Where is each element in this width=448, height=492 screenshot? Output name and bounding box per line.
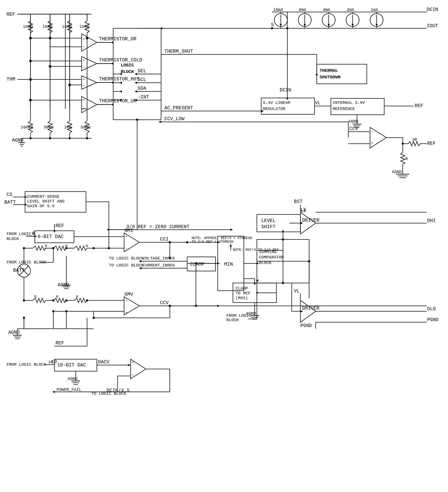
r1-label: 10kΩ xyxy=(23,24,33,29)
internal-ref-label2: REFERENCE xyxy=(333,106,355,111)
svg-point-184 xyxy=(186,241,188,243)
svg-marker-113 xyxy=(286,98,288,100)
vl-dlo-label: VL xyxy=(294,288,300,294)
pgnd-sym-label: PGND xyxy=(300,323,312,328)
from-logic-label2: BLOCK xyxy=(7,236,19,241)
svg-point-298 xyxy=(136,119,138,121)
svg-point-271 xyxy=(169,241,171,243)
pf-minus: − xyxy=(132,373,134,377)
power-fail-label: POWER_FAIL xyxy=(57,387,81,392)
ref-dac-label: REF xyxy=(55,223,64,229)
gmi-minus: − xyxy=(125,247,128,251)
r-gmi3: R xyxy=(45,244,47,248)
svg-marker-91 xyxy=(352,24,354,27)
agnd-bottom-label: AGND xyxy=(12,138,23,143)
r-gmv2: R xyxy=(56,295,58,299)
from-logic-sum-label2: BLOCK xyxy=(226,318,239,322)
c1ma-label: 1mA xyxy=(371,7,378,12)
driver-lo-label: DRIVER xyxy=(302,306,319,311)
svg-point-58 xyxy=(29,137,31,139)
svg-marker-129 xyxy=(158,121,161,123)
agnd-gmv-label: AGND xyxy=(8,330,20,335)
lx-label-diagram: LX xyxy=(301,209,306,214)
thermal-shutdown-label1: THERMAL xyxy=(320,68,338,73)
svg-marker-248 xyxy=(256,292,259,294)
r7-label: 3kΩ xyxy=(64,125,72,130)
svg-marker-292 xyxy=(119,82,122,84)
svg-marker-149 xyxy=(53,230,55,233)
batt-label: BATT xyxy=(13,268,25,273)
svg-marker-86 xyxy=(328,24,330,27)
dhi-label: DHI xyxy=(427,218,436,224)
svg-marker-269 xyxy=(52,391,55,393)
iout-label: IOUT xyxy=(427,23,438,29)
thermal-shutdown-rect xyxy=(317,64,367,84)
logic-block-label: LOGIC xyxy=(121,63,134,68)
therm-shut-label: THERM_SHUT xyxy=(164,49,193,54)
cs-block-label2: LEVEL SHIFT AND xyxy=(27,199,64,204)
ref-3r-label: REF xyxy=(427,141,436,146)
gmv-label: GMV xyxy=(124,292,133,297)
to-logic-2-label: TO LOGIC BLOCK xyxy=(109,263,144,268)
to-logic-pf-label: TO LOGIC BLOCK xyxy=(92,391,126,396)
svg-marker-76 xyxy=(280,24,282,27)
svg-point-61 xyxy=(86,137,88,139)
driver-hi-label: DRIVER xyxy=(302,218,319,223)
svg-marker-283 xyxy=(34,235,37,237)
svg-marker-100 xyxy=(161,27,164,29)
ccv-gmv-label: CCV xyxy=(160,300,169,306)
svg-marker-293 xyxy=(119,90,122,92)
to-logic-1-label: TO LOGIC BLOCK xyxy=(109,256,144,261)
svg-marker-246 xyxy=(256,280,259,282)
cs-block-label3: GAIN OF 5.5 xyxy=(27,204,54,209)
c16ma-label: 16mA xyxy=(273,7,283,12)
svg-marker-107 xyxy=(134,82,137,84)
svg-point-272 xyxy=(169,305,171,307)
ccv-right-label: CCV xyxy=(349,126,358,132)
r4-label: 10kΩ xyxy=(80,24,90,29)
svg-point-60 xyxy=(69,137,71,139)
10bit-dac-label: 10-BIT DAC xyxy=(57,362,86,368)
five-label: 5 xyxy=(271,22,274,28)
svg-point-114 xyxy=(286,27,288,29)
cs-label: CS xyxy=(7,192,12,197)
thermistor-hot-label: THERMISTOR_HOT xyxy=(99,76,139,82)
dcin-label: DCIN xyxy=(427,7,438,12)
vl-reg-label: VL xyxy=(315,100,321,106)
svg-point-286 xyxy=(195,305,197,307)
ccvlow-plus: + xyxy=(371,141,373,145)
svg-point-138 xyxy=(402,143,404,145)
internal-ref-label1: INTERNAL 3.9V xyxy=(333,100,365,105)
gmv-minus: − xyxy=(125,299,128,303)
min-label: MIN xyxy=(224,262,233,267)
r8-label: 500Ω xyxy=(81,125,91,130)
r2-label: 10kΩ xyxy=(42,24,52,29)
r-gmv1: R xyxy=(34,295,37,299)
r-label: R xyxy=(405,156,408,161)
svg-point-220 xyxy=(52,310,54,312)
r6-label: 30kΩ xyxy=(43,125,53,130)
svg-marker-103 xyxy=(316,74,318,77)
thm-label: THM xyxy=(7,77,15,82)
dcin-reg-label: DCIN xyxy=(280,88,291,93)
int-label: →INT xyxy=(138,94,149,100)
r-gmv3: R xyxy=(76,295,78,299)
logic-block-label2: BLOCK xyxy=(121,69,134,74)
level-shift-label1: LEVEL xyxy=(261,218,275,224)
svg-point-210 xyxy=(86,299,88,301)
c8ma-label: 8mA xyxy=(299,7,306,12)
linear-reg-label1: 5.4V LINEAR xyxy=(263,100,290,105)
6bit-dac-label: 6-BIT DAC xyxy=(38,234,64,239)
svg-point-161 xyxy=(65,247,68,249)
thermal-shutdown-label2: SHUTDOWN xyxy=(320,75,340,80)
svg-marker-231 xyxy=(282,230,284,232)
comp1-plus: + xyxy=(83,37,85,41)
scl-label: SCL xyxy=(138,77,146,82)
level-shift-label2: SHIFT xyxy=(261,224,275,230)
svg-point-278 xyxy=(308,260,310,262)
cs-block-label1: CURRENT-SENSE xyxy=(27,194,60,199)
3r-label: 3R xyxy=(412,137,417,142)
thermistor-cold-label: THERMISTOR_COLD xyxy=(99,57,142,63)
comp1-minus: − xyxy=(83,45,85,49)
pgnd-label: PGND xyxy=(427,317,439,323)
